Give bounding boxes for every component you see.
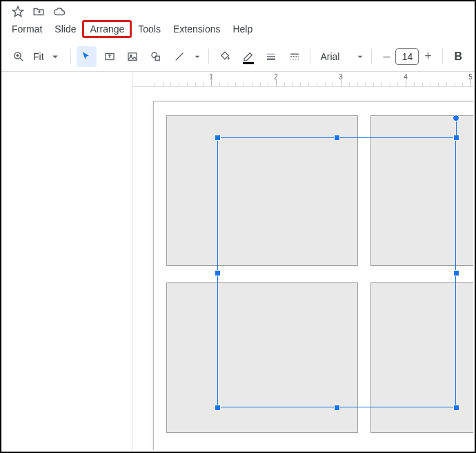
line-tool-dropdown-icon[interactable] — [192, 46, 203, 67]
separator — [310, 49, 310, 64]
svg-rect-6 — [128, 52, 137, 60]
shape-rectangle[interactable] — [166, 115, 358, 266]
cloud-status-icon[interactable] — [52, 5, 66, 19]
line-tool-icon[interactable] — [169, 46, 190, 67]
selection-handle[interactable] — [334, 135, 340, 141]
menu-arrange[interactable]: Arrange — [82, 20, 132, 38]
fill-color-icon[interactable] — [215, 46, 235, 67]
font-size-decrease-button[interactable]: – — [377, 48, 395, 66]
svg-line-2 — [20, 58, 23, 61]
font-family-name: Arial — [316, 51, 350, 62]
zoom-icon[interactable] — [8, 46, 29, 67]
zoom-group: Fit — [8, 46, 65, 67]
svg-marker-0 — [13, 7, 23, 17]
font-size-group: – 14 + — [377, 48, 437, 66]
canvas-area[interactable]: 12345 — [132, 73, 473, 450]
menu-slide[interactable]: Slide — [48, 21, 82, 37]
border-weight-icon[interactable] — [261, 46, 281, 67]
svg-point-8 — [152, 52, 157, 58]
ruler-label: 5 — [468, 73, 473, 81]
border-dash-icon[interactable] — [284, 46, 305, 67]
rotation-handle[interactable] — [453, 115, 459, 122]
separator — [70, 49, 71, 64]
shape-tool-icon[interactable] — [146, 46, 166, 67]
star-icon[interactable] — [11, 5, 25, 19]
ruler-label: 1 — [209, 73, 213, 81]
menu-extensions[interactable]: Extensions — [167, 21, 226, 37]
toolbar: Fit Arial – — [1, 41, 475, 72]
font-family-group[interactable]: Arial — [316, 46, 366, 67]
svg-line-10 — [175, 52, 183, 60]
horizontal-ruler: 12345 — [132, 73, 473, 87]
border-color-icon[interactable] — [238, 46, 259, 67]
zoom-level[interactable]: Fit — [30, 51, 47, 62]
select-tool-icon[interactable] — [77, 46, 97, 67]
menu-bar: Format Slide Arrange Tools Extensions He… — [1, 19, 475, 41]
selection-handle[interactable] — [215, 135, 221, 141]
ruler-label: 2 — [274, 73, 278, 81]
textbox-tool-icon[interactable] — [99, 46, 120, 67]
separator — [371, 49, 372, 64]
bold-button[interactable]: B — [448, 47, 468, 66]
move-to-folder-icon[interactable] — [32, 5, 46, 19]
selection-handle[interactable] — [453, 405, 459, 411]
separator — [208, 49, 209, 64]
slide-canvas[interactable] — [153, 101, 473, 450]
ruler-label: 3 — [339, 73, 343, 81]
font-size-input[interactable]: 14 — [395, 48, 419, 65]
title-bar-icons — [1, 1, 475, 19]
ruler-label: 4 — [404, 73, 408, 81]
image-tool-icon[interactable] — [123, 46, 143, 67]
font-dropdown-icon — [355, 46, 366, 67]
selection-handle[interactable] — [334, 405, 340, 411]
editor-area: 12345 — [3, 73, 473, 450]
menu-help[interactable]: Help — [226, 21, 259, 37]
slide-panel-gutter — [3, 73, 132, 450]
selection-handle[interactable] — [215, 405, 221, 411]
font-size-increase-button[interactable]: + — [419, 48, 437, 66]
selection-handle[interactable] — [215, 270, 221, 276]
zoom-dropdown-icon[interactable] — [48, 46, 62, 67]
menu-tools[interactable]: Tools — [132, 21, 167, 37]
selection-handle[interactable] — [453, 270, 459, 276]
separator — [442, 49, 443, 64]
shape-rectangle[interactable] — [166, 282, 358, 433]
menu-format[interactable]: Format — [6, 21, 48, 37]
